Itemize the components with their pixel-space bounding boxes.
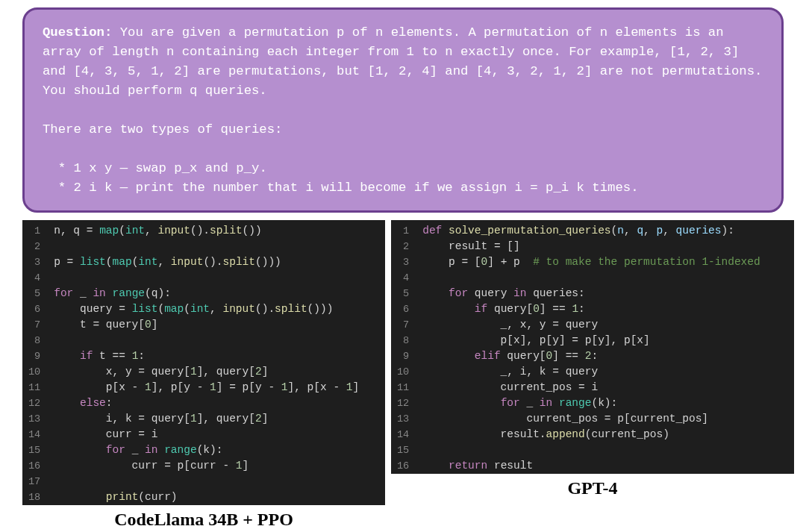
right-column: 12345678910111213141516 def solve_permut… <box>391 220 794 530</box>
question-bullet-2: * 2 i k — print the number that i will b… <box>43 181 639 195</box>
caption-left: CodeLlama 34B + PPO <box>22 510 385 530</box>
code-block-right: 12345678910111213141516 def solve_permut… <box>391 220 794 474</box>
gutter-left: 123456789101112131415161718 <box>22 220 48 505</box>
code-block-left: 123456789101112131415161718 n, q = map(i… <box>22 220 385 505</box>
code-content-right: def solve_permutation_queries(n, q, p, q… <box>416 220 766 474</box>
code-panels: 123456789101112131415161718 n, q = map(i… <box>22 220 784 530</box>
gutter-right: 12345678910111213141516 <box>391 220 416 474</box>
question-bullet-1: * 1 x y — swap p_x and p_y. <box>43 161 267 175</box>
question-label: Question: <box>43 25 112 40</box>
caption-right: GPT-4 <box>391 478 794 498</box>
question-sub1: There are two types of queries: <box>43 122 282 137</box>
question-box: Question: You are given a permutation p … <box>22 7 784 213</box>
left-column: 123456789101112131415161718 n, q = map(i… <box>22 220 385 530</box>
question-body: You are given a permutation p of n eleme… <box>43 25 770 98</box>
code-content-left: n, q = map(int, input().split())p = list… <box>48 220 365 505</box>
